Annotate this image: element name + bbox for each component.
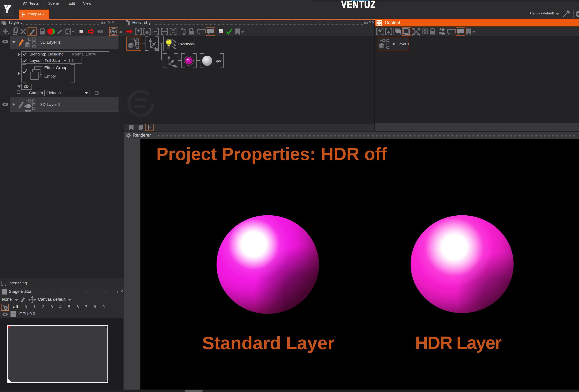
svg-text:HDR: HDR [25, 109, 31, 112]
svg-text:VENTUZ: VENTUZ [341, 0, 375, 9]
